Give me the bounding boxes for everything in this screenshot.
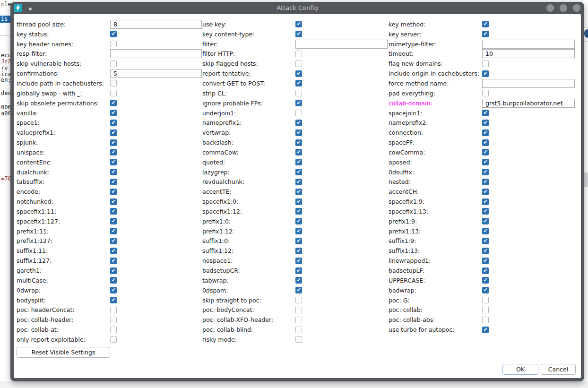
checkbox-aposed[interactable]: ✔ — [482, 159, 489, 165]
ok-button[interactable]: OK — [502, 364, 538, 375]
checkbox-spjunk[interactable]: ✔ — [110, 139, 117, 146]
checkbox-spacejoin1[interactable]: ✔ — [482, 110, 489, 116]
checkbox-vanilla[interactable]: ✔ — [110, 110, 117, 116]
checkbox-encode[interactable]: ✔ — [110, 189, 117, 195]
checkbox-key-header-names[interactable] — [110, 41, 117, 47]
checkbox-key-method[interactable]: ✔ — [482, 21, 489, 27]
checkbox-commacow[interactable]: ✔ — [295, 149, 302, 155]
checkbox-skip-vulnerable-hosts[interactable] — [110, 60, 117, 67]
checkbox-bodysplit[interactable]: ✔ — [110, 297, 117, 303]
checkbox-poc-collab-xfo-header[interactable] — [295, 317, 302, 323]
checkbox-prefix1-11[interactable]: ✔ — [110, 228, 117, 234]
checkbox-use-key[interactable]: ✔ — [295, 21, 302, 27]
checkbox-notchunked[interactable]: ✔ — [110, 198, 117, 205]
checkbox-prefix1-12[interactable]: ✔ — [295, 228, 302, 234]
checkbox-badwrap[interactable]: ✔ — [482, 287, 489, 293]
checkbox-poc-collab-at[interactable] — [110, 327, 117, 333]
checkbox-poc-collab-header[interactable] — [110, 317, 117, 323]
checkbox-vertwrap[interactable]: ✔ — [295, 129, 302, 136]
checkbox-spacefix1-0[interactable]: ✔ — [295, 198, 302, 205]
checkbox-skip-flagged-hosts[interactable] — [295, 60, 302, 67]
checkbox-suffix1-127[interactable]: ✔ — [110, 258, 117, 264]
checkbox-accentte[interactable]: ✔ — [295, 189, 302, 195]
checkbox-quoted[interactable]: ✔ — [295, 159, 302, 165]
checkbox-spacefix1-12[interactable]: ✔ — [295, 208, 302, 215]
checkbox-0dsuffix[interactable]: ✔ — [482, 169, 489, 175]
checkbox-report-tentative[interactable]: ✔ — [295, 70, 302, 77]
checkbox-include-origin-in-cachebusters[interactable]: ✔ — [482, 70, 489, 77]
checkbox-key-status[interactable]: ✔ — [110, 31, 117, 37]
checkbox-poc-collab[interactable] — [482, 307, 489, 313]
text-field-collab-domain[interactable] — [482, 99, 575, 108]
checkbox-badsetupcr[interactable]: ✔ — [295, 267, 302, 274]
dialog-titlebar[interactable]: Attack Config — [10, 2, 584, 14]
checkbox-connection[interactable]: ✔ — [482, 129, 489, 136]
checkbox-valueprefix1[interactable]: ✔ — [110, 129, 117, 136]
checkbox-lazygrep[interactable]: ✔ — [295, 169, 302, 175]
checkbox-poc-headerconcat[interactable] — [110, 307, 117, 313]
checkbox-unispace[interactable]: ✔ — [110, 149, 117, 155]
checkbox-suffix1-9[interactable]: ✔ — [482, 238, 489, 244]
checkbox-underjoin1[interactable] — [295, 110, 302, 116]
checkbox-spaceff[interactable]: ✔ — [482, 139, 489, 146]
window-control-icon[interactable] — [573, 4, 580, 12]
checkbox-globally-swap-with[interactable] — [110, 90, 117, 96]
checkbox-suffix1-13[interactable]: ✔ — [482, 248, 489, 254]
text-field-timeout[interactable] — [482, 49, 575, 58]
checkbox-multicase[interactable]: ✔ — [110, 277, 117, 284]
checkbox-0dspam[interactable]: ✔ — [295, 287, 302, 293]
checkbox-dualchunk[interactable]: ✔ — [110, 169, 117, 175]
text-field-force-method-name[interactable] — [482, 79, 575, 88]
checkbox-contentenc[interactable]: ✔ — [110, 159, 117, 165]
checkbox-poc-collab-abs[interactable] — [482, 317, 489, 323]
checkbox-only-report-exploitable[interactable] — [110, 336, 117, 343]
text-field-thread-pool-size[interactable] — [110, 20, 202, 29]
checkbox-gareth1[interactable]: ✔ — [110, 267, 117, 274]
checkbox-spacefix1-9[interactable]: ✔ — [482, 198, 489, 205]
checkbox-0dwrap[interactable]: ✔ — [110, 287, 117, 293]
checkbox-use-turbo-for-autopoc[interactable]: ✔ — [482, 327, 489, 333]
checkbox-key-content-type[interactable]: ✔ — [295, 31, 302, 37]
checkbox-poc-collab-blind[interactable] — [295, 327, 302, 333]
checkbox-suffix1-12[interactable]: ✔ — [295, 248, 302, 254]
text-field-filter[interactable] — [295, 40, 388, 49]
checkbox-skip-straight-to-poc[interactable] — [295, 297, 302, 303]
checkbox-ignore-probable-fps[interactable]: ✔ — [295, 100, 302, 106]
checkbox-pad-everything[interactable] — [482, 90, 489, 96]
checkbox-revdualchunk[interactable]: ✔ — [295, 179, 302, 185]
checkbox-tabwrap[interactable]: ✔ — [295, 277, 302, 284]
text-field-resp-filter[interactable] — [110, 49, 202, 58]
checkbox-prefix1-127[interactable]: ✔ — [110, 238, 117, 244]
cancel-button[interactable]: Cancel — [541, 364, 576, 375]
checkbox-nameprefix2[interactable]: ✔ — [482, 120, 489, 126]
checkbox-flag-new-domains[interactable] — [482, 60, 489, 67]
checkbox-spacefix1-13[interactable]: ✔ — [482, 208, 489, 215]
checkbox-include-path-in-cachebusters[interactable] — [110, 80, 117, 86]
checkbox-accentch[interactable]: ✔ — [482, 189, 489, 195]
checkbox-nospace1[interactable]: ✔ — [295, 258, 302, 264]
checkbox-badsetuplf[interactable]: ✔ — [482, 267, 489, 274]
checkbox-suffix1-0[interactable]: ✔ — [295, 238, 302, 244]
reset-visible-settings-button[interactable]: Reset Visible Settings — [17, 347, 110, 358]
checkbox-nested[interactable]: ✔ — [482, 179, 489, 185]
checkbox-key-server[interactable]: ✔ — [482, 31, 489, 37]
checkbox-spacefix1-11[interactable]: ✔ — [110, 208, 117, 215]
checkbox-poc-bodyconcat[interactable] — [295, 307, 302, 313]
checkbox-nameprefix1[interactable]: ✔ — [295, 120, 302, 126]
checkbox-space1[interactable]: ✔ — [110, 120, 117, 126]
text-field-mimetype-filter[interactable] — [482, 40, 575, 49]
checkbox-uppercase[interactable]: ✔ — [482, 277, 489, 284]
checkbox-prefix1-9[interactable]: ✔ — [482, 218, 489, 224]
checkbox-convert-get-to-post[interactable]: ✔ — [295, 80, 302, 86]
checkbox-filter-http[interactable] — [295, 51, 302, 57]
checkbox-spacefix1-127[interactable]: ✔ — [110, 218, 117, 224]
checkbox-prefix1-13[interactable]: ✔ — [482, 228, 489, 234]
checkbox-cowcomma[interactable]: ✔ — [482, 149, 489, 155]
checkbox-strip-cl[interactable] — [295, 90, 302, 96]
checkbox-suffix1-11[interactable]: ✔ — [110, 248, 117, 254]
window-control-icon[interactable] — [560, 4, 567, 12]
checkbox-poc-g[interactable] — [482, 297, 489, 303]
checkbox-risky-mode[interactable] — [295, 336, 302, 343]
checkbox-prefix1-0[interactable]: ✔ — [295, 218, 302, 224]
checkbox-tabsuffix[interactable]: ✔ — [110, 179, 117, 185]
